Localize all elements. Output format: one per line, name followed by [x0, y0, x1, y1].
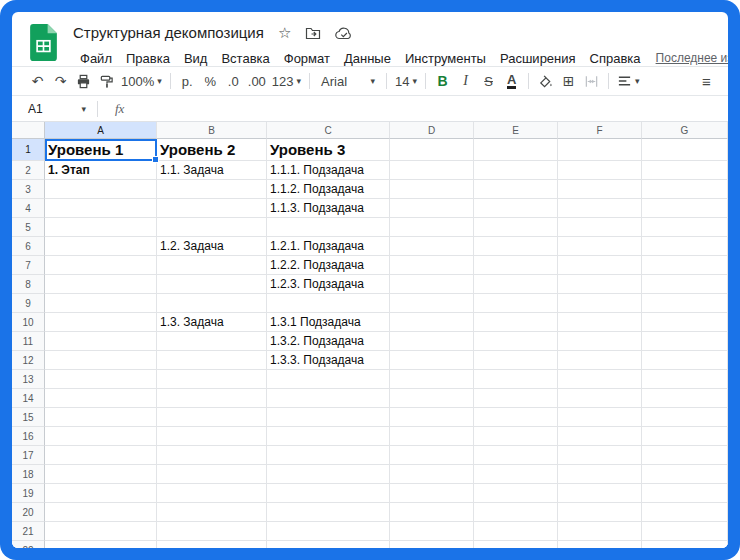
- cell-E14[interactable]: [474, 389, 558, 408]
- cell-A4[interactable]: [45, 199, 157, 218]
- cell-C4[interactable]: 1.1.3. Подзадача: [267, 199, 390, 218]
- row-header-22[interactable]: 22: [12, 541, 45, 548]
- cell-G17[interactable]: [642, 446, 728, 465]
- cell-A21[interactable]: [45, 522, 157, 541]
- cell-C3[interactable]: 1.1.2. Подзадача: [267, 180, 390, 199]
- cell-G11[interactable]: [642, 332, 728, 351]
- cell-A7[interactable]: [45, 256, 157, 275]
- cell-D4[interactable]: [390, 199, 474, 218]
- cell-D7[interactable]: [390, 256, 474, 275]
- cell-B21[interactable]: [157, 522, 267, 541]
- cell-G3[interactable]: [642, 180, 728, 199]
- menu-edit[interactable]: Правка: [119, 49, 177, 68]
- star-icon[interactable]: ☆: [278, 25, 291, 40]
- cell-A5[interactable]: [45, 218, 157, 237]
- cell-A2[interactable]: 1. Этап: [45, 161, 157, 180]
- cell-B10[interactable]: 1.3. Задача: [157, 313, 267, 332]
- cell-E4[interactable]: [474, 199, 558, 218]
- row-header-10[interactable]: 10: [12, 313, 45, 332]
- cell-E18[interactable]: [474, 465, 558, 484]
- select-all-corner[interactable]: [12, 122, 45, 139]
- row-header-9[interactable]: 9: [12, 294, 45, 313]
- cell-E12[interactable]: [474, 351, 558, 370]
- increase-decimal-button[interactable]: .00: [245, 69, 269, 93]
- cell-C6[interactable]: 1.2.1. Подзадача: [267, 237, 390, 256]
- cell-B4[interactable]: [157, 199, 267, 218]
- cell-G14[interactable]: [642, 389, 728, 408]
- cell-F3[interactable]: [558, 180, 642, 199]
- column-header-D[interactable]: D: [390, 122, 474, 139]
- percent-format-button[interactable]: %: [199, 69, 222, 93]
- cell-C16[interactable]: [267, 427, 390, 446]
- cell-F11[interactable]: [558, 332, 642, 351]
- cell-G8[interactable]: [642, 275, 728, 294]
- row-header-12[interactable]: 12: [12, 351, 45, 370]
- cell-C7[interactable]: 1.2.2. Подзадача: [267, 256, 390, 275]
- row-header-13[interactable]: 13: [12, 370, 45, 389]
- strikethrough-button[interactable]: S: [477, 69, 500, 93]
- cell-B13[interactable]: [157, 370, 267, 389]
- cell-A17[interactable]: [45, 446, 157, 465]
- cell-B3[interactable]: [157, 180, 267, 199]
- cell-A3[interactable]: [45, 180, 157, 199]
- cell-B19[interactable]: [157, 484, 267, 503]
- column-header-B[interactable]: B: [157, 122, 267, 139]
- row-header-18[interactable]: 18: [12, 465, 45, 484]
- cell-D2[interactable]: [390, 161, 474, 180]
- cell-G19[interactable]: [642, 484, 728, 503]
- cell-A20[interactable]: [45, 503, 157, 522]
- cell-A6[interactable]: [45, 237, 157, 256]
- font-size-select[interactable]: 14 ▾: [392, 69, 420, 93]
- cell-E7[interactable]: [474, 256, 558, 275]
- menu-insert[interactable]: Вставка: [214, 49, 276, 68]
- cell-D12[interactable]: [390, 351, 474, 370]
- cell-F21[interactable]: [558, 522, 642, 541]
- cell-F6[interactable]: [558, 237, 642, 256]
- cell-G10[interactable]: [642, 313, 728, 332]
- cell-F4[interactable]: [558, 199, 642, 218]
- cell-A14[interactable]: [45, 389, 157, 408]
- cell-E13[interactable]: [474, 370, 558, 389]
- cell-B18[interactable]: [157, 465, 267, 484]
- zoom-select[interactable]: 100% ▾: [118, 69, 165, 93]
- row-header-16[interactable]: 16: [12, 427, 45, 446]
- menu-view[interactable]: Вид: [177, 49, 215, 68]
- cell-F12[interactable]: [558, 351, 642, 370]
- row-header-20[interactable]: 20: [12, 503, 45, 522]
- cell-B20[interactable]: [157, 503, 267, 522]
- cell-A22[interactable]: [45, 541, 157, 548]
- cell-E21[interactable]: [474, 522, 558, 541]
- cell-E1[interactable]: [474, 139, 558, 161]
- cell-G7[interactable]: [642, 256, 728, 275]
- cell-G20[interactable]: [642, 503, 728, 522]
- cell-F14[interactable]: [558, 389, 642, 408]
- horizontal-align-select[interactable]: ▾: [614, 69, 643, 93]
- undo-button[interactable]: ↶: [26, 69, 49, 93]
- cell-E8[interactable]: [474, 275, 558, 294]
- cell-B11[interactable]: [157, 332, 267, 351]
- currency-format-button[interactable]: р.: [176, 69, 199, 93]
- menu-tools[interactable]: Инструменты: [398, 49, 493, 68]
- cell-A15[interactable]: [45, 408, 157, 427]
- cell-B15[interactable]: [157, 408, 267, 427]
- cell-D15[interactable]: [390, 408, 474, 427]
- cell-C8[interactable]: 1.2.3. Подзадача: [267, 275, 390, 294]
- row-header-15[interactable]: 15: [12, 408, 45, 427]
- number-format-select[interactable]: 123 ▾: [269, 69, 304, 93]
- menu-help[interactable]: Справка: [583, 49, 648, 68]
- cell-A18[interactable]: [45, 465, 157, 484]
- cell-E22[interactable]: [474, 541, 558, 548]
- cell-F16[interactable]: [558, 427, 642, 446]
- cell-C5[interactable]: [267, 218, 390, 237]
- cell-B12[interactable]: [157, 351, 267, 370]
- menu-file[interactable]: Файл: [73, 49, 119, 68]
- cell-C17[interactable]: [267, 446, 390, 465]
- column-header-E[interactable]: E: [474, 122, 558, 139]
- cell-B7[interactable]: [157, 256, 267, 275]
- cell-F13[interactable]: [558, 370, 642, 389]
- fill-color-button[interactable]: [534, 69, 557, 93]
- cell-F22[interactable]: [558, 541, 642, 548]
- cell-E3[interactable]: [474, 180, 558, 199]
- cell-G6[interactable]: [642, 237, 728, 256]
- paint-format-button[interactable]: [95, 69, 118, 93]
